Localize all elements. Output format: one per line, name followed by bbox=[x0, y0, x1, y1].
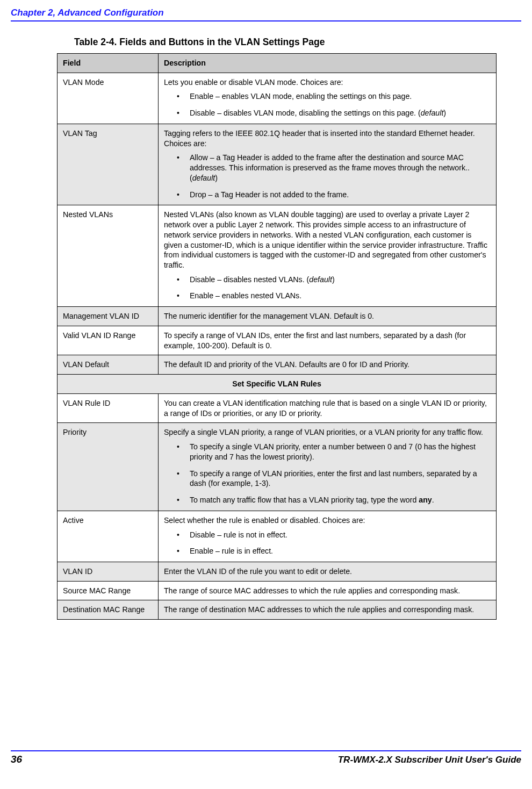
table-row: Nested VLANs Nested VLANs (also known as… bbox=[57, 205, 497, 307]
table-row: VLAN Mode Lets you enable or disable VLA… bbox=[57, 73, 497, 124]
desc-cell: The default ID and priority of the VLAN.… bbox=[158, 355, 496, 375]
text: ) bbox=[215, 174, 218, 182]
emph: default bbox=[309, 275, 332, 284]
text: ) bbox=[443, 109, 446, 117]
bullet-list: To specify a single VLAN priority, enter… bbox=[164, 442, 491, 505]
page-footer: 36 TR-WMX-2.X Subscriber Unit User's Gui… bbox=[11, 754, 521, 765]
page-container: Chapter 2, Advanced Configuration Table … bbox=[0, 0, 532, 789]
table-row: VLAN Default The default ID and priority… bbox=[57, 355, 497, 375]
field-cell: VLAN Mode bbox=[57, 73, 159, 124]
field-cell: VLAN Rule ID bbox=[57, 393, 159, 422]
col-header-description: Description bbox=[158, 54, 496, 73]
desc-cell: Lets you enable or disable VLAN mode. Ch… bbox=[158, 73, 496, 124]
desc-cell: The range of destination MAC addresses t… bbox=[158, 600, 496, 620]
list-item: To specify a range of VLAN priorities, e… bbox=[164, 469, 491, 489]
text: To match any traffic flow that has a VLA… bbox=[190, 496, 419, 504]
vlan-settings-table: Field Description VLAN Mode Lets you ena… bbox=[57, 53, 497, 620]
col-header-field: Field bbox=[57, 54, 159, 73]
table-row: VLAN Rule ID You can create a VLAN ident… bbox=[57, 393, 497, 422]
list-item: Enable – rule is in effect. bbox=[164, 546, 491, 556]
cell-text: Tagging refers to the IEEE 802.1Q header… bbox=[164, 128, 491, 148]
field-cell: Source MAC Range bbox=[57, 581, 159, 600]
table-row: VLAN Tag Tagging refers to the IEEE 802.… bbox=[57, 124, 497, 205]
section-header: Set Specific VLAN Rules bbox=[57, 375, 497, 394]
desc-cell: The range of source MAC addresses to whi… bbox=[158, 581, 496, 600]
cell-text: Lets you enable or disable VLAN mode. Ch… bbox=[164, 77, 491, 88]
table-row: Valid VLAN ID Range To specify a range o… bbox=[57, 326, 497, 355]
desc-cell: Enter the VLAN ID of the rule you want t… bbox=[158, 562, 496, 581]
footer-guide-title: TR-WMX-2.X Subscriber Unit User's Guide bbox=[338, 755, 521, 765]
page-header: Chapter 2, Advanced Configuration bbox=[11, 8, 521, 18]
field-cell: Destination MAC Range bbox=[57, 600, 159, 620]
footer-rule bbox=[11, 750, 521, 751]
list-item: Disable – disables VLAN mode, disabling … bbox=[164, 108, 491, 118]
table-row: Active Select whether the rule is enable… bbox=[57, 511, 497, 562]
desc-cell: The numeric identifier for the managemen… bbox=[158, 307, 496, 326]
desc-cell: Select whether the rule is enabled or di… bbox=[158, 511, 496, 562]
list-item: Enable – enables VLAN mode, enabling the… bbox=[164, 91, 491, 102]
list-item: Drop – a Tag Header is not added to the … bbox=[164, 190, 491, 200]
page-number: 36 bbox=[11, 754, 22, 765]
field-cell: VLAN Tag bbox=[57, 124, 159, 205]
desc-cell: Tagging refers to the IEEE 802.1Q header… bbox=[158, 124, 496, 205]
text: Disable – disables VLAN mode, disabling … bbox=[190, 109, 421, 117]
field-cell: Active bbox=[57, 511, 159, 562]
desc-cell: To specify a range of VLAN IDs, enter th… bbox=[158, 326, 496, 355]
text: Allow – a Tag Header is added to the fra… bbox=[190, 153, 470, 182]
table-row: Management VLAN ID The numeric identifie… bbox=[57, 307, 497, 326]
list-item: To specify a single VLAN priority, enter… bbox=[164, 442, 491, 462]
table-row: Destination MAC Range The range of desti… bbox=[57, 600, 497, 620]
bullet-list: Disable – rule is not in effect. Enable … bbox=[164, 530, 491, 556]
emph: default bbox=[192, 174, 215, 182]
list-item: Disable – disables nested VLANs. (defaul… bbox=[164, 275, 491, 285]
bullet-list: Enable – enables VLAN mode, enabling the… bbox=[164, 91, 491, 118]
header-rule bbox=[11, 20, 521, 21]
desc-cell: Specify a single VLAN priority, a range … bbox=[158, 423, 496, 511]
cell-text: Nested VLANs (also known as VLAN double … bbox=[164, 210, 491, 270]
desc-cell: You can create a VLAN identification mat… bbox=[158, 393, 496, 422]
list-item: Disable – rule is not in effect. bbox=[164, 530, 491, 540]
list-item: To match any traffic flow that has a VLA… bbox=[164, 495, 491, 505]
table-row: Source MAC Range The range of source MAC… bbox=[57, 581, 497, 600]
field-cell: VLAN ID bbox=[57, 562, 159, 581]
section-header-row: Set Specific VLAN Rules bbox=[57, 375, 497, 394]
table-caption: Table 2-4. Fields and Buttons in the VLA… bbox=[74, 37, 497, 48]
field-cell: Management VLAN ID bbox=[57, 307, 159, 326]
text: ) bbox=[332, 275, 335, 284]
emph: default bbox=[421, 109, 444, 117]
bullet-list: Disable – disables nested VLANs. (defaul… bbox=[164, 275, 491, 301]
field-cell: Valid VLAN ID Range bbox=[57, 326, 159, 355]
text: . bbox=[432, 496, 434, 504]
field-cell: VLAN Default bbox=[57, 355, 159, 375]
field-cell: Nested VLANs bbox=[57, 205, 159, 307]
desc-cell: Nested VLANs (also known as VLAN double … bbox=[158, 205, 496, 307]
field-cell: Priority bbox=[57, 423, 159, 511]
bullet-list: Allow – a Tag Header is added to the fra… bbox=[164, 153, 491, 199]
table-row: VLAN ID Enter the VLAN ID of the rule yo… bbox=[57, 562, 497, 581]
bold: any bbox=[419, 496, 432, 504]
cell-text: Specify a single VLAN priority, a range … bbox=[164, 427, 491, 437]
list-item: Allow – a Tag Header is added to the fra… bbox=[164, 153, 491, 183]
table-row: Priority Specify a single VLAN priority,… bbox=[57, 423, 497, 511]
list-item: Enable – enables nested VLANs. bbox=[164, 291, 491, 301]
content-area: Table 2-4. Fields and Buttons in the VLA… bbox=[57, 33, 497, 620]
text: Disable – disables nested VLANs. ( bbox=[190, 275, 309, 284]
cell-text: Select whether the rule is enabled or di… bbox=[164, 515, 491, 526]
